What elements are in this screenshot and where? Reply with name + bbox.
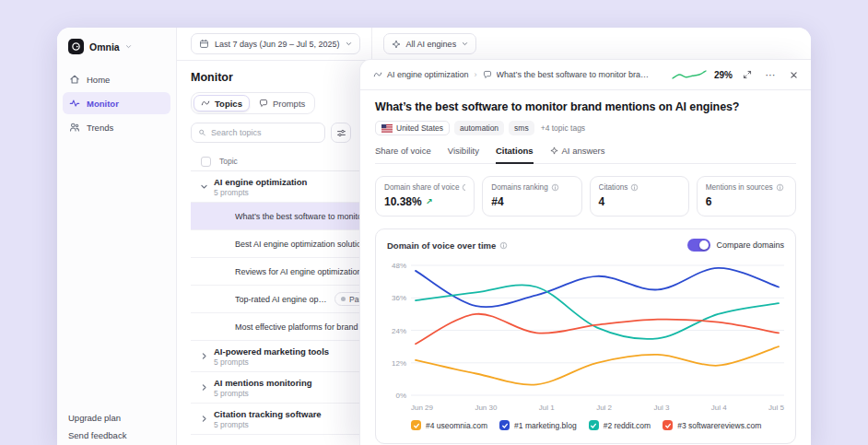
- expand-panel-button[interactable]: [739, 67, 756, 82]
- more-tags-link[interactable]: +4 topic tags: [541, 123, 585, 133]
- legend-item[interactable]: #3 softwarereviews.com: [663, 420, 761, 430]
- chevron-down-icon: [462, 41, 468, 47]
- filter-button[interactable]: [331, 123, 351, 143]
- toggle-knob: [699, 240, 709, 250]
- sidebar-item-label: Home: [87, 75, 110, 85]
- chevron-right-icon[interactable]: [200, 383, 208, 392]
- breadcrumb-separator: ›: [475, 70, 477, 79]
- topic-meta: 5 prompts: [214, 389, 312, 398]
- country-tag[interactable]: United States: [375, 121, 450, 135]
- compare-domains-toggle[interactable]: [687, 239, 710, 252]
- stat-label: Mentions in sources: [706, 183, 773, 192]
- tab-share-of-voice[interactable]: Share of voice: [375, 146, 431, 164]
- legend-checkbox[interactable]: [663, 420, 673, 430]
- chart-card-header: Domain of voice over time Compare domain…: [387, 239, 784, 252]
- breadcrumb-prompt-label: What’s the best software to monitor bran…: [497, 70, 651, 79]
- tab-label: Topics: [215, 99, 242, 109]
- sidebar-item-label: Trends: [87, 123, 113, 133]
- tab-topics[interactable]: Topics: [194, 95, 250, 111]
- legend-item[interactable]: #2 reddit.com: [589, 420, 651, 430]
- tab-prompts[interactable]: Prompts: [252, 95, 312, 111]
- y-axis-labels: 0%12%24%36%48%: [387, 261, 411, 401]
- prompt-detail-panel: AI engine optimization › What’s the best…: [359, 59, 811, 445]
- legend-item[interactable]: #1 marketing.blog: [499, 420, 577, 430]
- legend-checkbox[interactable]: [411, 420, 421, 430]
- breadcrumb-topic[interactable]: AI engine optimization: [373, 70, 469, 79]
- legend-label: #3 softwarereviews.com: [677, 421, 761, 430]
- country-label: United States: [396, 123, 443, 133]
- tab-citations[interactable]: Citations: [496, 146, 534, 164]
- close-panel-button[interactable]: [785, 67, 802, 82]
- legend-checkbox[interactable]: [499, 420, 510, 430]
- legend-checkbox[interactable]: [589, 420, 599, 430]
- topic-meta: 5 prompts: [214, 420, 322, 429]
- tab-label: Citations: [496, 146, 534, 156]
- x-tick-label: Jul 5: [768, 404, 784, 412]
- legend-label: #2 reddit.com: [604, 421, 651, 430]
- info-icon[interactable]: [462, 183, 465, 192]
- chart-card: Domain of voice over time Compare domain…: [375, 228, 796, 444]
- workspace-switcher[interactable]: Omnia: [57, 28, 176, 63]
- topic-tag[interactable]: sms: [509, 121, 534, 135]
- topic-meta: 5 prompts: [214, 188, 307, 197]
- search-icon: [198, 128, 206, 137]
- topic-group-text: AI engine optimization 5 prompts: [214, 177, 307, 197]
- search-input[interactable]: [211, 128, 318, 137]
- stat-cards: Domain share of voice 10.38%↗ Domains ra…: [375, 176, 796, 217]
- tab-label: AI answers: [562, 146, 605, 156]
- sidebar-nav: Home Monitor Trends: [57, 63, 176, 144]
- panel-header: AI engine optimization › What’s the best…: [360, 60, 811, 90]
- info-icon[interactable]: [776, 183, 784, 192]
- tab-visibility[interactable]: Visibility: [448, 146, 479, 164]
- breadcrumb-topic-label: AI engine optimization: [387, 70, 469, 79]
- y-tick-label: 12%: [392, 358, 406, 367]
- score-sparkline: [671, 68, 708, 81]
- search-box: [191, 123, 325, 143]
- activity-icon: [69, 98, 80, 109]
- y-tick-label: 0%: [395, 392, 406, 400]
- chevron-right-icon[interactable]: [200, 352, 208, 360]
- topic-tag[interactable]: automation: [454, 121, 504, 135]
- status-dot-icon: [341, 297, 346, 301]
- sidebar-item-trends[interactable]: Trends: [63, 116, 170, 138]
- x-tick-label: Jun 30: [475, 404, 497, 412]
- chevron-down-icon[interactable]: [200, 182, 208, 191]
- stat-card-mentions: Mentions in sources 6: [697, 176, 796, 217]
- detail-tabs: Share of voice Visibility Citations AI a…: [375, 146, 796, 164]
- stat-value: 6: [706, 195, 712, 208]
- sidebar-item-monitor[interactable]: Monitor: [63, 92, 170, 114]
- ai-engine-filter[interactable]: All AI engines: [383, 33, 477, 54]
- app-window: Omnia Home Monitor Trends: [57, 28, 811, 445]
- chevron-right-icon[interactable]: [200, 415, 208, 423]
- topic-icon: [373, 70, 382, 79]
- stat-card-domains-ranking: Domains ranking #4: [482, 176, 581, 217]
- column-header-topic: Topic: [219, 157, 238, 166]
- stat-card-citations: Citations 4: [590, 176, 689, 217]
- select-all-checkbox[interactable]: [201, 157, 211, 167]
- home-icon: [69, 74, 80, 85]
- info-icon[interactable]: [630, 183, 639, 192]
- x-tick-label: Jul 4: [711, 404, 727, 412]
- sidebar-item-home[interactable]: Home: [63, 68, 170, 90]
- send-feedback-link[interactable]: Send feedback: [68, 430, 165, 440]
- search-row: [191, 123, 351, 143]
- panel-body: What’s the best software to monitor bran…: [360, 90, 811, 444]
- topic-name: AI-powered marketing tools: [214, 346, 329, 357]
- info-icon[interactable]: [499, 241, 508, 250]
- workspace-name: Omnia: [89, 41, 120, 53]
- stat-label: Citations: [599, 183, 628, 192]
- x-axis-labels: Jun 29Jun 30Jul 1Jul 2Jul 3Jul 4Jul 5: [411, 404, 784, 412]
- sparkle-icon: [550, 146, 558, 155]
- breadcrumb-prompt[interactable]: What’s the best software to monitor bran…: [483, 70, 651, 79]
- upgrade-plan-link[interactable]: Upgrade plan: [68, 413, 165, 423]
- tab-ai-answers[interactable]: AI answers: [550, 146, 605, 164]
- topic-name: AI mentions monitoring: [214, 378, 312, 388]
- stat-card-domain-share: Domain share of voice 10.38%↗: [375, 176, 475, 217]
- y-tick-label: 48%: [392, 262, 406, 270]
- info-icon[interactable]: [551, 183, 559, 192]
- legend-item[interactable]: #4 useomnia.com: [411, 420, 487, 430]
- more-options-button[interactable]: ⋯: [762, 67, 779, 82]
- chevron-down-icon: [346, 41, 352, 47]
- panel-header-actions: 29% ⋯: [671, 67, 802, 82]
- date-range-filter[interactable]: Last 7 days (Jun 29 – Jul 5, 2025): [191, 33, 360, 54]
